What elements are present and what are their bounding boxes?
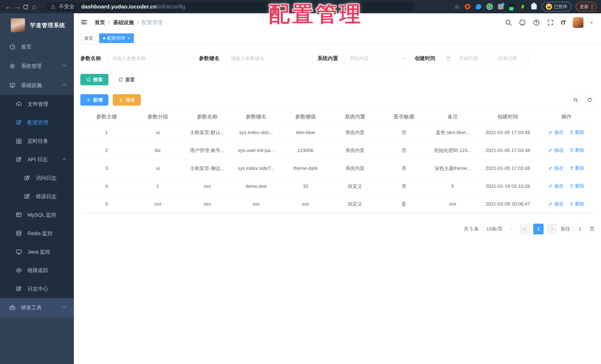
- sidebar-item-error-log[interactable]: 错误日志: [0, 187, 74, 206]
- goto-page-input[interactable]: [573, 224, 586, 234]
- sidebar-item-mysql[interactable]: MySQL 监控: [0, 206, 74, 224]
- table-grid-icon: [16, 212, 22, 218]
- profile-paused-badge[interactable]: 已暂停: [542, 2, 571, 11]
- page-size-select[interactable]: 10条/页: [482, 224, 516, 234]
- sidebar-item-api-log[interactable]: API 日志: [0, 150, 74, 169]
- help-icon[interactable]: [533, 19, 540, 26]
- edit-link[interactable]: 修改: [548, 201, 563, 207]
- breadcrumb-section[interactable]: 基础设施: [113, 19, 134, 26]
- prev-page-button[interactable]: [520, 224, 530, 234]
- sidebar-item-access-log[interactable]: 访问日志: [0, 169, 74, 187]
- sidebar-item-log-center[interactable]: 日志中心: [0, 280, 74, 298]
- sidebar-item-label: 定时任务: [28, 138, 48, 145]
- delete-link[interactable]: 删除: [570, 165, 585, 171]
- breadcrumb-home[interactable]: 首页: [95, 19, 105, 26]
- extension-cn-icon[interactable]: [509, 3, 515, 10]
- edit-link[interactable]: 修改: [548, 165, 563, 171]
- edit-link[interactable]: 修改: [548, 147, 563, 153]
- cell: 系统内置: [331, 142, 380, 159]
- extension-check-icon[interactable]: ✓: [486, 3, 493, 10]
- page-unit-label: 页: [590, 226, 595, 232]
- sidebar-item-redis[interactable]: Redis 监控: [0, 224, 74, 243]
- page-1-button[interactable]: 1: [533, 224, 544, 234]
- extensions-puzzle-icon[interactable]: [531, 3, 537, 10]
- sidebar-item-jobs[interactable]: 定时任务: [0, 132, 74, 150]
- search-button-label: 搜索: [93, 76, 103, 83]
- chrome-update-button[interactable]: 更新: [576, 2, 597, 11]
- cell: demo.test: [232, 177, 281, 195]
- cell: 2021-01-05 17:03:48: [477, 123, 538, 142]
- cell: sys.user.init-pa...: [232, 142, 281, 159]
- extension-leaf-icon[interactable]: [520, 3, 526, 10]
- extension-grid-icon[interactable]: [497, 3, 504, 10]
- sidebar-item-home[interactable]: 首页: [0, 37, 74, 57]
- back-icon[interactable]: ←: [4, 3, 13, 11]
- sidebar-submenu-infra: 文件管理 配置管理 定时任务 API 日志: [0, 95, 74, 298]
- edit-link[interactable]: 修改: [548, 183, 563, 189]
- forward-icon[interactable]: →: [13, 3, 21, 11]
- param-name-label: 参数名称: [80, 55, 101, 62]
- cell: 否: [380, 123, 428, 142]
- cell-actions: 修改 删除: [538, 159, 595, 177]
- add-button-label: 新增: [93, 97, 103, 103]
- caret-down-icon[interactable]: ▾: [591, 20, 593, 25]
- close-icon[interactable]: ×: [127, 36, 130, 40]
- sidebar-item-label: 日志中心: [28, 285, 48, 292]
- cell-actions: 修改 删除: [538, 177, 595, 195]
- browser-menu-icon[interactable]: [591, 5, 592, 9]
- col-header: 操作: [538, 110, 595, 123]
- sidebar-item-label: Redis 监控: [28, 230, 52, 237]
- date-range-picker[interactable]: 开始日期 - 结束日期: [442, 52, 529, 64]
- cell: xxx: [183, 177, 232, 195]
- sidebar-item-label: 链路追踪: [28, 267, 48, 274]
- font-size-icon[interactable]: tT: [561, 19, 566, 26]
- date-end-placeholder: 结束日期: [490, 55, 525, 62]
- cell: 自定义: [331, 177, 380, 195]
- add-button[interactable]: 新增: [80, 94, 108, 106]
- search-button[interactable]: 搜索: [80, 74, 108, 85]
- tab-config[interactable]: 配置管理 ×: [99, 33, 134, 43]
- sidebar-toggle-icon[interactable]: [80, 19, 88, 26]
- sidebar-item-system[interactable]: 系统管理: [0, 57, 74, 76]
- delete-link[interactable]: 删除: [570, 201, 585, 207]
- builtin-select[interactable]: 系统内置: [345, 52, 410, 64]
- delete-link[interactable]: 删除: [570, 183, 585, 189]
- extension-pin-icon[interactable]: [475, 3, 482, 10]
- table-row: 5 xxx xxx xxx xxx 自定义 是 xxx 2021-02-09 2…: [80, 195, 595, 213]
- bookmark-star-icon[interactable]: ☆: [454, 3, 460, 10]
- cell: 2: [80, 142, 133, 159]
- extension-orange-icon[interactable]: [464, 3, 471, 10]
- cell: sys.index.sideT...: [232, 159, 281, 177]
- delete-link[interactable]: 删除: [570, 129, 585, 136]
- home-icon[interactable]: ⌂: [30, 3, 38, 11]
- toggle-search-button[interactable]: [571, 95, 581, 105]
- param-key-input[interactable]: [226, 52, 313, 64]
- sidebar-item-files[interactable]: 文件管理: [0, 95, 74, 113]
- param-name-input[interactable]: [108, 52, 194, 64]
- reload-icon[interactable]: [21, 3, 30, 11]
- sidebar-item-label: 基础设施: [21, 82, 42, 89]
- search-icon[interactable]: [505, 19, 512, 26]
- avatar[interactable]: [573, 17, 583, 28]
- github-icon[interactable]: [519, 19, 526, 26]
- col-header: 参数主键: [80, 110, 133, 123]
- tab-home[interactable]: 首页: [80, 33, 97, 43]
- sidebar-item-config[interactable]: 配置管理: [0, 113, 74, 132]
- edit-link[interactable]: 修改: [548, 129, 563, 136]
- chevron-down-icon: [509, 227, 513, 231]
- sidebar-item-java[interactable]: Java 监控: [0, 243, 74, 261]
- breadcrumb: 首页 / 基础设施 / 配置管理: [95, 19, 163, 26]
- emoji-avatar-icon: [546, 3, 552, 10]
- sidebar-item-trace[interactable]: 链路追踪: [0, 261, 74, 280]
- cell: xxx: [428, 195, 477, 213]
- next-page-button[interactable]: [547, 224, 557, 234]
- sidebar-item-devtools[interactable]: 研发工具: [0, 298, 74, 317]
- security-warning-icon[interactable]: ⚠: [50, 3, 56, 10]
- fullscreen-icon[interactable]: [547, 19, 554, 26]
- delete-link[interactable]: 删除: [570, 147, 585, 153]
- sidebar-item-infra[interactable]: 基础设施: [0, 76, 74, 95]
- reset-button[interactable]: 重置: [112, 74, 140, 85]
- monitor-icon: [16, 249, 22, 255]
- export-button[interactable]: 导出: [113, 94, 141, 106]
- refresh-button[interactable]: [585, 95, 595, 105]
